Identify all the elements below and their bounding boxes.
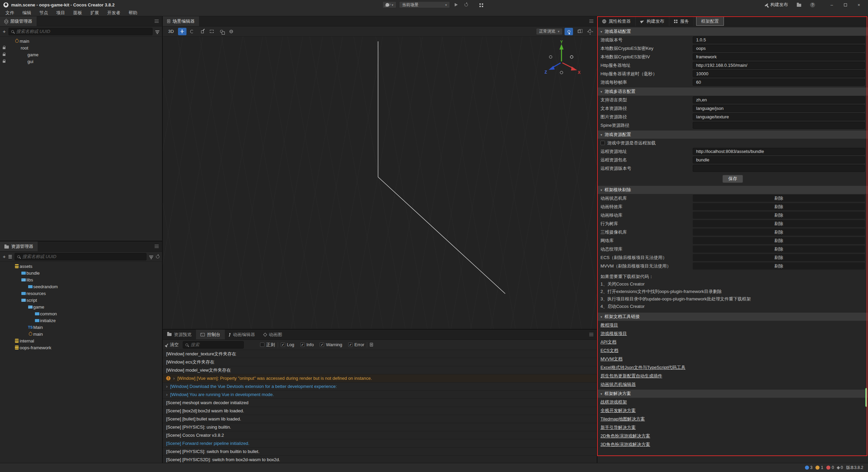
regex-toggle[interactable]: 正则	[260, 342, 275, 348]
message-count-badge[interactable]: 1	[815, 465, 823, 470]
tree-row[interactable]: Main	[0, 324, 162, 331]
field-input[interactable]	[693, 156, 865, 163]
console-search-input[interactable]	[191, 342, 251, 347]
log-row[interactable]: ! › [Scene] Forward render pipeline init…	[163, 439, 597, 448]
doc-link[interactable]: 动画状态机编辑器	[600, 381, 636, 388]
move-tool-button[interactable]	[178, 28, 186, 35]
tab-hierarchy[interactable]: 层级管理器	[0, 16, 37, 26]
message-count-badge[interactable]: 3	[805, 465, 813, 470]
scene-settings-button[interactable]	[586, 28, 594, 35]
tree-row[interactable]: internal	[0, 337, 162, 344]
section-basic-config[interactable]: ▾ 游戏基础配置	[597, 27, 868, 36]
view-mode-select[interactable]: 正常浏览 ▾	[536, 28, 563, 35]
remove-module-button[interactable]: 剔除	[693, 237, 865, 244]
close-button[interactable]: ×	[854, 2, 863, 7]
solution-link[interactable]: 全栈开发解决方案	[600, 408, 636, 414]
assets-search-input[interactable]	[22, 254, 144, 259]
menu-item[interactable]: 编辑	[18, 10, 35, 16]
field-input[interactable]	[693, 96, 865, 103]
remove-module-button[interactable]: 剔除	[693, 245, 865, 253]
field-input[interactable]	[693, 79, 865, 86]
doc-link[interactable]: 教程项目	[600, 322, 618, 328]
tree-row[interactable]: gui	[0, 58, 162, 65]
preview-target-select[interactable]: ▾	[382, 1, 396, 8]
doc-link[interactable]: 原生包热更新配置自动生成插件	[600, 373, 662, 379]
log-row[interactable]: ! › [Scene] [box2d]:box2d wasm lib loade…	[163, 407, 597, 415]
menu-item[interactable]: 节点	[35, 10, 52, 16]
save-button[interactable]: 保存	[723, 175, 743, 183]
field-input[interactable]	[693, 113, 865, 120]
assets-search[interactable]	[15, 253, 146, 260]
menu-item[interactable]: 扩展	[86, 10, 103, 16]
assets-filter-icon[interactable]	[149, 256, 153, 256]
filter-checkbox[interactable]	[281, 342, 285, 347]
tree-row[interactable]: main	[0, 331, 162, 337]
expand-chevron-icon[interactable]: ›	[166, 384, 167, 389]
section-solutions[interactable]: ▾ 框架解决方案	[597, 390, 868, 398]
tree-row[interactable]: game	[0, 303, 162, 310]
console-tab[interactable]: 资源预览	[163, 330, 196, 339]
log-row[interactable]: ! › [Window] ecs文件夹存在	[163, 358, 597, 366]
field-input[interactable]	[693, 45, 865, 52]
sort-assets-icon[interactable]	[8, 255, 12, 256]
hierarchy-search-input[interactable]	[16, 29, 150, 34]
doc-link[interactable]: MVVM文档	[600, 356, 623, 362]
hierarchy-search[interactable]	[8, 28, 153, 35]
scene-viewport[interactable]: Y X Z	[163, 37, 597, 329]
tab-scene-editor[interactable]: 场景编辑器	[163, 16, 199, 26]
refresh-assets-icon[interactable]	[156, 255, 159, 258]
remote-load-checkbox[interactable]	[600, 141, 605, 145]
rotate-tool-button[interactable]	[188, 28, 196, 35]
solution-link[interactable]: Tiledmap地图解决方案	[600, 416, 645, 422]
clear-console-button[interactable]: 清空	[165, 342, 180, 348]
maximize-button[interactable]	[841, 3, 850, 6]
remove-module-button[interactable]: 剔除	[693, 262, 865, 270]
doc-link[interactable]: 游戏模板项目	[600, 331, 627, 337]
console-tab[interactable]: 控制台	[196, 330, 225, 339]
log-filter[interactable]: Log	[281, 342, 294, 347]
console-tab[interactable]: 动画编辑器	[225, 330, 259, 339]
hierarchy-filter-icon[interactable]	[155, 31, 159, 31]
export-log-icon[interactable]	[370, 343, 373, 347]
inspector-tab[interactable]: 框架配置	[696, 17, 724, 26]
tree-row[interactable]: resources	[0, 290, 162, 297]
log-filter[interactable]: Info	[300, 342, 314, 347]
pivot-tool-button[interactable]	[227, 28, 236, 35]
section-modules[interactable]: ▾ 框架模块剔除	[597, 186, 868, 194]
doc-link[interactable]: ECS文档	[600, 348, 618, 354]
tree-row[interactable]: main	[0, 38, 162, 44]
refresh-preview-button[interactable]	[462, 1, 470, 8]
rect-tool-button[interactable]	[208, 28, 216, 35]
inspector-scrollbar[interactable]	[865, 388, 867, 407]
field-input[interactable]	[693, 36, 865, 43]
expand-chevron-icon[interactable]: ›	[173, 376, 175, 381]
remote-load-toggle[interactable]: 游戏中资源是否远程加载	[597, 139, 868, 147]
play-button[interactable]	[453, 1, 460, 8]
filter-checkbox[interactable]	[320, 342, 324, 347]
qr-preview-button[interactable]	[477, 1, 486, 8]
scene-select[interactable]: 当前场景 ▾	[399, 1, 450, 8]
scale-tool-button[interactable]	[198, 28, 206, 35]
doc-link[interactable]: Excel格式转Json文件与TypeScript代码工具	[600, 365, 686, 371]
log-row[interactable]: ! › [Scene] [bullet]:bullet wasm lib loa…	[163, 415, 597, 423]
solution-link[interactable]: 战棋游戏框架	[600, 399, 627, 405]
tree-row[interactable]: game	[0, 51, 162, 58]
field-input[interactable]	[693, 62, 865, 69]
log-row[interactable]: ! › [Scene] meshopt wasm decoder initial…	[163, 399, 597, 407]
transform-tool-button[interactable]	[217, 28, 226, 35]
solution-link[interactable]: 3D角色扮演游戏解决方案	[600, 441, 650, 448]
section-language-config[interactable]: ▾ 游戏多语言配置	[597, 87, 868, 96]
tab-assets[interactable]: 资源管理器	[0, 241, 38, 251]
open-project-folder-button[interactable]	[795, 1, 803, 8]
add-asset-button[interactable]: +	[3, 254, 6, 259]
field-input[interactable]	[693, 70, 865, 77]
solution-link[interactable]: 新手引导解决方案	[600, 425, 636, 431]
panel-menu-icon[interactable]	[589, 20, 593, 23]
filter-checkbox[interactable]	[300, 342, 305, 347]
log-row[interactable]: ! › [Scene] Cocos Creator v3.8.2	[163, 431, 597, 439]
tree-row[interactable]: libs	[0, 276, 162, 283]
tree-row[interactable]: root	[0, 44, 162, 51]
inspector-tab[interactable]: 服务	[669, 16, 694, 26]
panel-menu-icon[interactable]	[589, 333, 593, 336]
field-input[interactable]	[693, 165, 865, 172]
